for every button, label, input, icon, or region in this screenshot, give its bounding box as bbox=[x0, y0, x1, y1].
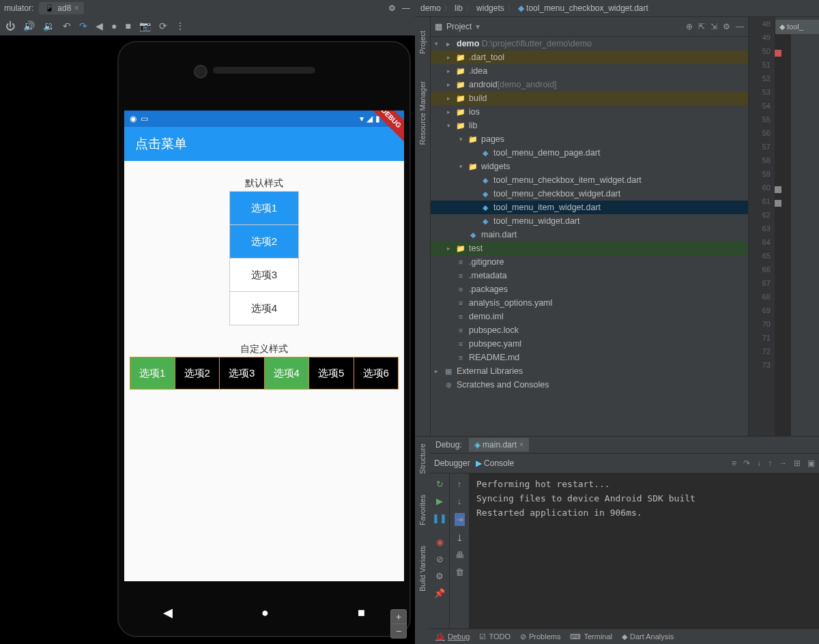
breadcrumb-item[interactable]: widgets bbox=[476, 3, 504, 13]
soft-wrap-icon[interactable]: ⇥ bbox=[455, 513, 465, 526]
volume-down-icon[interactable]: 🔉 bbox=[43, 20, 55, 31]
tree-row[interactable]: ◆tool_menu_item_widget.dart bbox=[431, 201, 748, 214]
tree-row[interactable]: ≡pubspec.yaml bbox=[431, 337, 748, 351]
evaluate-icon[interactable]: ⊞ bbox=[794, 458, 801, 468]
volume-up-icon[interactable]: 🔊 bbox=[23, 20, 35, 31]
menu-item[interactable]: 选项4 bbox=[230, 292, 298, 325]
step-over-icon[interactable]: ↷ bbox=[743, 458, 750, 468]
view-breakpoints-icon[interactable]: ◉ bbox=[436, 537, 444, 547]
breadcrumb-item[interactable]: demo bbox=[420, 3, 441, 13]
editor-body[interactable] bbox=[775, 34, 791, 436]
editor-tab[interactable]: ◆ tool_ bbox=[775, 20, 819, 34]
menu-item[interactable]: 选项5 bbox=[309, 357, 354, 389]
tree-row[interactable]: ◆tool_menu_checkbox_item_widget.dart bbox=[431, 173, 748, 187]
tree-row[interactable]: ▸📁.idea bbox=[431, 64, 748, 78]
settings-icon[interactable]: ⚙ bbox=[435, 571, 444, 581]
pause-icon[interactable]: ❚❚ bbox=[432, 513, 447, 523]
power-icon[interactable]: ⏻ bbox=[5, 20, 15, 31]
hide-icon[interactable]: — bbox=[736, 22, 744, 31]
step-into-icon[interactable]: ↓ bbox=[757, 458, 761, 468]
clear-icon[interactable]: 🗑 bbox=[455, 567, 464, 577]
menu-item[interactable]: 选项2 bbox=[230, 225, 298, 259]
menu-item[interactable]: 选项1 bbox=[230, 192, 298, 225]
more-icon[interactable]: ▣ bbox=[807, 458, 815, 468]
menu-item[interactable]: 选项3 bbox=[230, 259, 298, 292]
tree-row[interactable]: ▾▸demo D:\project\flutter_demo\demo bbox=[431, 37, 748, 50]
more-icon[interactable]: ⋮ bbox=[175, 20, 185, 31]
debugger-tab[interactable]: Debugger bbox=[434, 458, 470, 468]
tree-row[interactable]: ▾📁widgets bbox=[431, 160, 748, 173]
tree-row[interactable]: ≡.packages bbox=[431, 282, 748, 296]
tree-row[interactable]: ▸📁build bbox=[431, 91, 748, 105]
tree-row[interactable]: ▸📁.dart_tool bbox=[431, 50, 748, 64]
expand-icon[interactable]: ⇲ bbox=[710, 22, 717, 31]
debug-run-tab[interactable]: ◈ main.dart × bbox=[469, 438, 530, 452]
mute-breakpoints-icon[interactable]: ⊘ bbox=[436, 554, 444, 564]
bottom-tab[interactable]: ☑TODO bbox=[479, 632, 511, 641]
side-tab[interactable]: Favorites bbox=[418, 495, 427, 525]
rerun-icon[interactable]: ↻ bbox=[436, 479, 444, 489]
tree-row[interactable]: ≡.gitignore bbox=[431, 255, 748, 269]
nav-home-icon[interactable]: ● bbox=[261, 606, 269, 620]
menu-item[interactable]: 选项6 bbox=[354, 357, 399, 389]
breadcrumb-item[interactable]: lib bbox=[455, 3, 463, 13]
bottom-tab[interactable]: ⌨Terminal bbox=[570, 632, 612, 641]
tree-row[interactable]: ◆main.dart bbox=[431, 228, 748, 241]
down-icon[interactable]: ↓ bbox=[457, 496, 462, 506]
pin-icon[interactable]: 📌 bbox=[434, 588, 445, 598]
print-icon[interactable]: 🖶 bbox=[455, 550, 464, 560]
settings-icon[interactable]: ⚙ bbox=[723, 22, 730, 31]
bottom-tab[interactable]: ◆Dart Analysis bbox=[622, 632, 674, 641]
bottom-tab[interactable]: 🐞Debug bbox=[435, 632, 470, 641]
rotate-right-icon[interactable]: ↷ bbox=[79, 20, 87, 31]
nav-back-icon[interactable]: ◀ bbox=[163, 605, 173, 620]
tree-row[interactable]: ▸📁android [demo_android] bbox=[431, 78, 748, 91]
nav-recent-icon[interactable]: ■ bbox=[358, 606, 365, 620]
side-tab[interactable]: Project bbox=[418, 31, 427, 54]
target-icon[interactable]: ⊕ bbox=[686, 22, 693, 31]
stop-icon[interactable]: ■ bbox=[125, 20, 130, 31]
bottom-tab[interactable]: ⊘Problems bbox=[520, 632, 560, 641]
tree-row[interactable]: ≡analysis_options.yaml bbox=[431, 296, 748, 310]
tree-row[interactable]: ▸📁test bbox=[431, 241, 748, 255]
run-to-cursor-icon[interactable]: → bbox=[779, 458, 787, 468]
project-panel-header[interactable]: ▦ Project ▾ ⊕ ⇱ ⇲ ⚙ — bbox=[431, 17, 748, 37]
dropdown-icon[interactable]: ▾ bbox=[476, 22, 480, 31]
breadcrumb-item[interactable]: ◆ tool_menu_checkbox_widget.dart bbox=[518, 3, 648, 13]
zoom-in-button[interactable]: + bbox=[391, 610, 406, 624]
up-icon[interactable]: ↑ bbox=[457, 479, 462, 489]
align-icon[interactable]: ≡ bbox=[732, 458, 736, 468]
collapse-icon[interactable]: ⇱ bbox=[698, 22, 705, 31]
side-tab[interactable]: Resource Manager bbox=[418, 81, 427, 145]
menu-item[interactable]: 选项2 bbox=[175, 357, 220, 389]
menu-item[interactable]: 选项4 bbox=[265, 357, 310, 389]
tree-row[interactable]: ▾📁lib bbox=[431, 119, 748, 132]
record-icon[interactable]: ● bbox=[111, 20, 117, 31]
tree-row[interactable]: ▸▦External Libraries bbox=[431, 364, 748, 378]
tree-row[interactable]: ◆tool_menu_widget.dart bbox=[431, 214, 748, 228]
side-tab[interactable]: Build Variants bbox=[418, 546, 427, 591]
tree-row[interactable]: ≡.metadata bbox=[431, 269, 748, 282]
scroll-to-end-icon[interactable]: ⤓ bbox=[456, 533, 463, 543]
close-icon[interactable]: × bbox=[74, 3, 78, 13]
back-icon[interactable]: ◀ bbox=[96, 20, 103, 31]
tree-row[interactable]: ▸📁ios bbox=[431, 105, 748, 119]
menu-item[interactable]: 选项1 bbox=[130, 357, 175, 389]
tree-row[interactable]: ⊛Scratches and Consoles bbox=[431, 378, 748, 392]
close-icon[interactable]: × bbox=[519, 440, 523, 450]
tree-row[interactable]: ≡demo.iml bbox=[431, 310, 748, 323]
tree-row[interactable]: ◆tool_menu_demo_page.dart bbox=[431, 146, 748, 160]
emulator-device-tab[interactable]: 📱 ad8 × bbox=[39, 2, 84, 14]
reload-icon[interactable]: ⟳ bbox=[159, 20, 167, 31]
step-out-icon[interactable]: ↑ bbox=[768, 458, 772, 468]
menu-item[interactable]: 选项3 bbox=[220, 357, 265, 389]
tree-row[interactable]: ≡README.md bbox=[431, 351, 748, 364]
minimize-icon[interactable]: — bbox=[401, 3, 411, 13]
zoom-out-button[interactable]: − bbox=[391, 624, 406, 638]
tree-row[interactable]: ▾📁pages bbox=[431, 132, 748, 146]
rotate-left-icon[interactable]: ↶ bbox=[63, 20, 71, 31]
camera-icon[interactable]: 📷 bbox=[139, 20, 151, 31]
console-output[interactable]: Performing hot restart... Syncing files … bbox=[470, 473, 819, 628]
tree-row[interactable]: ◆tool_menu_checkbox_widget.dart bbox=[431, 187, 748, 201]
console-tab[interactable]: ▶ Console bbox=[476, 458, 514, 468]
